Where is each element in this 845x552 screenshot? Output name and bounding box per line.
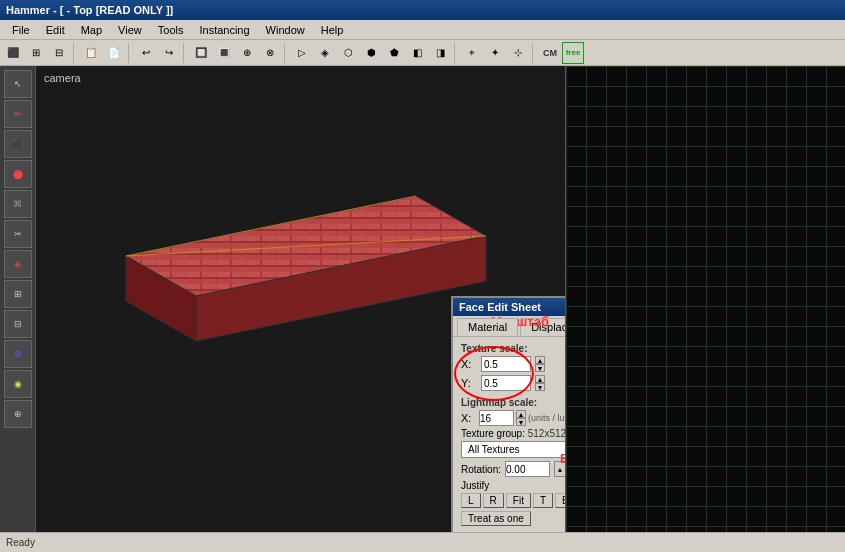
tx-y-input[interactable]	[481, 375, 531, 391]
toolbar-btn-3[interactable]: ⊟	[48, 42, 70, 64]
justify-fit-button[interactable]: Fit	[506, 493, 531, 508]
lm-x-spin-down[interactable]: ▼	[516, 418, 526, 426]
grid-view[interactable]	[566, 66, 845, 532]
left-btn-group[interactable]: ⊕	[4, 400, 32, 428]
tx-x-label: X:	[461, 358, 477, 370]
justify-r-button[interactable]: R	[483, 493, 504, 508]
menu-window[interactable]: Window	[258, 23, 313, 37]
right-panel	[565, 66, 845, 532]
toolbar-sep-5	[454, 43, 458, 63]
toolbar-btn-1[interactable]: ⬛	[2, 42, 24, 64]
statusbar-text: Ready	[6, 537, 35, 548]
menu-view[interactable]: View	[110, 23, 150, 37]
rotation-spin-up[interactable]: ▲	[554, 461, 565, 477]
justify-t-button[interactable]: T	[533, 493, 553, 508]
toolbar-sep-4	[284, 43, 288, 63]
justify-row: L R Fit T B C	[461, 493, 565, 508]
title-text: Hammer - [ - Top [READ ONLY ]]	[6, 4, 173, 16]
toolbar-btn-17[interactable]: ◧	[406, 42, 428, 64]
menu-file[interactable]: File	[4, 23, 38, 37]
left-btn-entity[interactable]: ⚙	[4, 340, 32, 368]
treat-as-one-button[interactable]: Treat as one	[461, 511, 531, 526]
toolbar-btn-12[interactable]: ▷	[291, 42, 313, 64]
tab-displacement[interactable]: Displacement	[520, 318, 565, 336]
tx-x-spin-up[interactable]: ▲	[535, 356, 545, 364]
texture-group-select[interactable]: All Textures	[461, 441, 565, 458]
lm-unit: (units / luxel)	[528, 413, 565, 423]
toolbar-btn-free[interactable]: free	[562, 42, 584, 64]
toolbar-btn-8[interactable]: 🔲	[190, 42, 212, 64]
lightmap-scale-label: Lightmap scale:	[461, 397, 565, 408]
toolbar-sep-1	[73, 43, 77, 63]
left-btn-overlay[interactable]: ⊟	[4, 310, 32, 338]
toolbar-sep-3	[183, 43, 187, 63]
left-btn-terrain[interactable]: ⌘	[4, 190, 32, 218]
left-btn-cube[interactable]: ⬛	[4, 130, 32, 158]
toolbar-btn-14[interactable]: ⬡	[337, 42, 359, 64]
toolbar-btn-6[interactable]: ↩	[135, 42, 157, 64]
viewport[interactable]: camera	[36, 66, 565, 532]
toolbar-btn-2[interactable]: ⊞	[25, 42, 47, 64]
tx-y-label: Y:	[461, 377, 477, 389]
face-edit-dialog[interactable]: Face Edit Sheet ✕ Material Displacement …	[451, 296, 565, 532]
rotation-label: Rotation:	[461, 464, 501, 475]
left-btn-decal[interactable]: ⊞	[4, 280, 32, 308]
texture-scale-col: Texture scale: X: ▲ ▼ Y:	[461, 343, 565, 394]
dialog-tabs: Material Displacement	[453, 316, 565, 337]
justify-label: Justify	[461, 480, 565, 491]
toolbar-btn-9[interactable]: 🔳	[213, 42, 235, 64]
toolbar-btn-11[interactable]: ⊗	[259, 42, 281, 64]
toolbar-btn-16[interactable]: ⬟	[383, 42, 405, 64]
main-area: ↖ ✏ ⬛ ⬤ ⌘ ✂ ◆ ⊞ ⊟ ⚙ ◉ ⊕ camera	[0, 66, 845, 532]
justify-b-button[interactable]: B	[555, 493, 565, 508]
left-btn-pencil[interactable]: ✏	[4, 100, 32, 128]
texture-group-dropdown-row: All Textures	[461, 441, 565, 458]
tx-y-spin-up[interactable]: ▲	[535, 375, 545, 383]
texture-group-label: Texture group:	[461, 428, 528, 439]
tx-y-spin-down[interactable]: ▼	[535, 383, 545, 391]
lm-x-spin-up[interactable]: ▲	[516, 410, 526, 418]
tx-x-spin-down[interactable]: ▼	[535, 364, 545, 372]
toolbar-sep-6	[532, 43, 536, 63]
toolbar-btn-4[interactable]: 📋	[80, 42, 102, 64]
lm-x-input[interactable]	[479, 410, 514, 426]
tx-x-input[interactable]	[481, 356, 531, 372]
dialog-title: Face Edit Sheet	[459, 301, 541, 313]
menu-tools[interactable]: Tools	[150, 23, 192, 37]
menu-map[interactable]: Map	[73, 23, 110, 37]
toolbar-btn-7[interactable]: ↪	[158, 42, 180, 64]
justify-l-button[interactable]: L	[461, 493, 481, 508]
toolbar-btn-10[interactable]: ⊕	[236, 42, 258, 64]
lightmap-scale-col: Lightmap scale: X: ▲ ▼ (units / luxel)	[461, 397, 565, 428]
toolbar-btn-13[interactable]: ◈	[314, 42, 336, 64]
tab-material[interactable]: Material	[457, 318, 518, 336]
left-btn-clip[interactable]: ✂	[4, 220, 32, 248]
rotation-input[interactable]	[505, 461, 550, 477]
left-btn-vertex[interactable]: ◆	[4, 250, 32, 278]
lm-x-label: X:	[461, 412, 477, 424]
toolbar: ⬛ ⊞ ⊟ 📋 📄 ↩ ↪ 🔲 🔳 ⊕ ⊗ ▷ ◈ ⬡ ⬢ ⬟ ◧ ◨ ⌖ ✦ …	[0, 40, 845, 66]
texture-scale-label: Texture scale:	[461, 343, 565, 354]
statusbar: Ready	[0, 532, 845, 552]
texture-group-row: Texture group: 512x512	[461, 428, 565, 439]
toolbar-btn-21[interactable]: ⊹	[507, 42, 529, 64]
titlebar: Hammer - [ - Top [READ ONLY ]]	[0, 0, 845, 20]
toolbar-btn-15[interactable]: ⬢	[360, 42, 382, 64]
camera-label: camera	[44, 72, 81, 84]
toolbar-btn-20[interactable]: ✦	[484, 42, 506, 64]
left-btn-arrow[interactable]: ↖	[4, 70, 32, 98]
menu-instancing[interactable]: Instancing	[191, 23, 257, 37]
menu-edit[interactable]: Edit	[38, 23, 73, 37]
toolbar-btn-19[interactable]: ⌖	[461, 42, 483, 64]
dialog-titlebar[interactable]: Face Edit Sheet ✕	[453, 298, 565, 316]
left-btn-light[interactable]: ◉	[4, 370, 32, 398]
toolbar-btn-18[interactable]: ◨	[429, 42, 451, 64]
texture-group-size: 512x512	[528, 428, 565, 439]
left-btn-sphere[interactable]: ⬤	[4, 160, 32, 188]
rotation-row: Rotation: ▲ ▼	[461, 461, 565, 477]
left-toolbar: ↖ ✏ ⬛ ⬤ ⌘ ✂ ◆ ⊞ ⊟ ⚙ ◉ ⊕	[0, 66, 36, 532]
toolbar-sep-2	[128, 43, 132, 63]
menu-help[interactable]: Help	[313, 23, 352, 37]
toolbar-btn-cm[interactable]: CM	[539, 42, 561, 64]
toolbar-btn-5[interactable]: 📄	[103, 42, 125, 64]
